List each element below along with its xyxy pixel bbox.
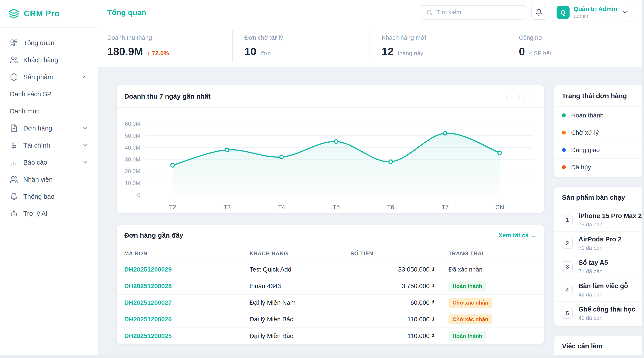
table-row[interactable]: DH20251200026 Đại lý Miền Bắc 110.000 ₫ … [116, 311, 544, 328]
rank-badge: 5 [562, 308, 573, 319]
topbar: Tổng quan Q Quản trị Admin admin [98, 0, 644, 25]
rank-badge: 1 [562, 215, 573, 225]
status-card-title: Trạng thái đơn hàng [562, 92, 627, 100]
sidebar-item-san-pham[interactable]: Sản phẩm [4, 69, 94, 85]
sidebar-item-label: Danh mục [10, 108, 40, 115]
sidebar-item-nhan-vien[interactable]: Nhân viên [4, 171, 94, 188]
status-badge: Chờ xác nhận [448, 314, 492, 324]
user-menu[interactable]: Q Quản trị Admin admin [552, 3, 633, 22]
topbar-actions: Q Quản trị Admin admin [421, 3, 633, 22]
product-info: Bàn làm việc gỗ 42 đã bán [578, 282, 628, 298]
notifications-button[interactable] [532, 5, 546, 20]
sidebar-item-don-hang[interactable]: Đơn hàng [4, 120, 94, 136]
order-amount: 110.000 ₫ [350, 332, 434, 339]
status-dot-icon [562, 113, 566, 117]
sidebar-item-tro-ly-ai[interactable]: Trợ lý AI [4, 205, 94, 222]
status-badge: Hoàn thành [448, 281, 486, 291]
app-name: CRM Pro [24, 9, 60, 19]
order-amount: 3.750.000 ₫ [350, 283, 434, 290]
sidebar-item-label: Thông báo [23, 193, 54, 200]
stat-label: Công nợ [519, 34, 644, 41]
product-name: Sổ tay A5 [578, 259, 608, 266]
todo-card: Việc cần làm [554, 335, 644, 358]
revenue-line-chart: 010.0M20.0M30.0M40.0M50.0M60.0MT2T3T4T5T… [124, 111, 538, 211]
stats-band: Doanh thu tháng 180.9M ↓ 72.0% Đơn chờ x… [98, 25, 644, 67]
search-icon [426, 9, 433, 16]
status-legend-label: Hoàn thành [571, 112, 604, 119]
stat-label: Khách hàng mới [382, 34, 507, 41]
order-code-link[interactable]: DH20251200026 [124, 316, 250, 323]
robot-icon [10, 210, 18, 218]
svg-text:T5: T5 [332, 204, 340, 211]
order-customer: Test Quick Add [250, 266, 350, 273]
list-item: 1 iPhone 15 Pro Max 25 75 đã bán [554, 209, 644, 232]
sidebar-item-bao-cao[interactable]: Báo cáo [4, 154, 94, 171]
sidebar-item-label: Tổng quan [23, 39, 54, 47]
table-row[interactable]: DH20251200025 Đại lý Miền Bắc 110.000 ₫ … [116, 328, 544, 344]
content-left-column: Doanh thu 7 ngày gần nhất 010.0M20.0M30.… [116, 85, 544, 358]
order-status-cell: Chờ xác nhận [434, 314, 536, 324]
svg-text:T6: T6 [387, 204, 394, 211]
sidebar-item-label: Báo cáo [23, 159, 47, 166]
svg-text:T4: T4 [278, 204, 285, 211]
chevron-down-icon [82, 125, 88, 131]
chevron-up-icon [82, 74, 88, 80]
order-customer: Đại lý Miền Nam [250, 299, 350, 306]
col-header-status: TRẠNG THÁI [434, 250, 536, 257]
svg-text:0: 0 [137, 192, 140, 198]
order-code-link[interactable]: DH20251200027 [124, 299, 250, 306]
sidebar-item-thong-bao[interactable]: Thông báo [4, 188, 94, 205]
search-input[interactable] [436, 9, 521, 16]
order-customer: Đại lý Miền Bắc [250, 316, 350, 323]
todo-card-title: Việc cần làm [562, 342, 602, 350]
list-item: 2 AirPods Pro 2 71 đã bán [554, 232, 644, 255]
page-title: Tổng quan [107, 8, 146, 17]
chart-toggle-button[interactable] [523, 94, 536, 99]
col-header-customer: KHÁCH HÀNG [250, 250, 350, 257]
chevron-down-icon [82, 159, 88, 165]
table-row[interactable]: DH20251200027 Đại lý Miền Nam 60.000 ₫ C… [116, 295, 544, 311]
sidebar-item-tong-quan[interactable]: Tổng quan [4, 35, 94, 51]
sidebar-nav: Tổng quan Khách hàng Sản phẩm Danh sách … [0, 28, 98, 229]
table-row[interactable]: DH20251200029 Test Quick Add 33.050.000 … [116, 261, 544, 278]
chart-body: 010.0M20.0M30.0M40.0M50.0M60.0MT2T3T4T5T… [116, 108, 544, 212]
horizontal-scrollbar[interactable] [0, 355, 644, 358]
order-amount: 110.000 ₫ [350, 316, 434, 323]
stat-extra: 4 SP hết [529, 50, 551, 57]
see-all-link[interactable]: Xem tất cả → [498, 232, 536, 239]
status-legend-row: Chờ xử lý [554, 124, 644, 141]
product-name: Bàn làm việc gỗ [578, 282, 628, 290]
sidebar-item-tai-chinh[interactable]: Tài chính [4, 137, 94, 154]
stat-extra: tháng này [398, 50, 423, 57]
products-card-title: Sản phẩm bán chạy [562, 194, 625, 201]
status-legend-label: Đang giao [571, 146, 600, 154]
order-amount: 60.000 ₫ [350, 299, 434, 306]
order-status-card: Trạng thái đơn hàng Hoàn thành Chờ xử lý… [554, 85, 644, 177]
table-row[interactable]: DH20251200028 thuận 4343 3.750.000 ₫ Hoà… [116, 278, 544, 295]
top-products-card: Sản phẩm bán chạy 1 iPhone 15 Pro Max 25… [554, 187, 644, 326]
status-dot-icon [562, 131, 566, 134]
orders-table-header: MÃ ĐƠN KHÁCH HÀNG SỐ TIỀN TRẠNG THÁI [116, 246, 544, 261]
stat-label: Đơn chờ xử lý [244, 34, 370, 41]
order-code-link[interactable]: DH20251200029 [124, 266, 250, 273]
order-code-link[interactable]: DH20251200028 [124, 283, 250, 290]
sidebar-item-khach-hang[interactable]: Khách hàng [4, 52, 94, 68]
svg-text:10.0M: 10.0M [125, 180, 140, 186]
status-legend-row: Đang giao [554, 141, 644, 159]
product-sold-count: 42 đã bán [578, 291, 628, 298]
svg-text:T7: T7 [442, 204, 449, 211]
app-logo: CRM Pro [0, 0, 98, 28]
chart-toggle-button[interactable] [506, 94, 520, 99]
content-right-column: Trạng thái đơn hàng Hoàn thành Chờ xử lý… [554, 85, 644, 358]
status-legend-label: Chờ xử lý [571, 129, 599, 136]
search-box[interactable] [421, 5, 526, 20]
order-code-link[interactable]: DH20251200025 [124, 332, 250, 339]
content: Doanh thu 7 ngày gần nhất 010.0M20.0M30.… [98, 67, 644, 358]
hexagon-icon [10, 73, 18, 81]
sidebar-item-danh-muc[interactable]: Danh mục [4, 103, 94, 119]
list-item: 5 Ghế công thái học 41 đã bán [554, 302, 644, 325]
stat-value: 180.9M [107, 45, 143, 58]
vertical-scrollbar[interactable] [642, 0, 644, 355]
svg-text:T3: T3 [224, 204, 231, 211]
sidebar-item-danh-sach-sp[interactable]: Danh sách SP [4, 86, 94, 102]
